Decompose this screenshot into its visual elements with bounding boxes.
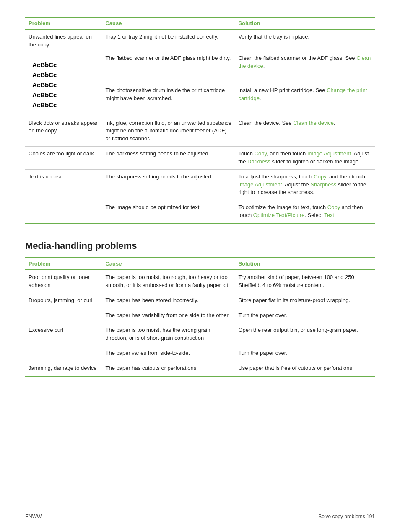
problem-cell: Excessive curl [25,323,102,361]
cause-text: The paper has variability from one side … [105,312,229,318]
cause-cell: The paper has been stored incorrectly. [102,293,235,308]
cause-cell: The paper is too moist, has the wrong gr… [102,323,235,346]
page-footer: ENWW Solve copy problems 191 [0,514,400,519]
solution-text: Turn the paper over. [238,350,287,356]
solution-cell: Turn the paper over. [235,308,375,323]
solution-cell: Verify that the tray is in place. [235,29,375,51]
col-header-cause: Cause [102,258,235,270]
copy-problems-table: Problem Cause Solution Unwanted lines ap… [25,17,375,224]
cause-text: The paper has been stored incorrectly. [105,297,198,303]
cause-cell: The paper varies from side-to-side. [102,346,235,361]
copy-link-3[interactable]: Copy [327,204,340,210]
problem-text: Copies are too light or dark. [29,150,96,157]
cause-cell: The paper has variability from one side … [102,308,235,323]
solution-cell: Clean the flatbed scanner or the ADF gla… [235,51,375,83]
problem-cell: Jamming, damage to device [25,361,102,376]
clean-device-link-2[interactable]: Clean the device [293,120,334,126]
problem-text: Poor print quality or toner adhesion [29,274,90,288]
col-header-solution: Solution [235,17,375,29]
cause-cell: The flatbed scanner or the ADF glass mig… [102,51,235,83]
darkness-link[interactable]: Darkness [247,158,270,165]
col-header-problem: Problem [25,17,102,29]
problem-text: Excessive curl [29,327,63,333]
cause-text: The darkness setting needs to be adjuste… [105,150,210,157]
sharpness-link[interactable]: Sharpness [310,181,336,188]
cause-cell: The paper has cutouts or perforations. [102,361,235,376]
cause-text: The image should be optimized for text. [105,204,201,210]
cause-text: The paper varies from side-to-side. [105,350,190,356]
cause-text: Ink, glue, correction fluid, or an unwan… [105,120,231,142]
solution-cell: Open the rear output bin, or use long-gr… [235,323,375,346]
problem-cell: Dropouts, jamming, or curl [25,293,102,323]
text-link[interactable]: Text [324,212,334,218]
footer-right: Solve copy problems 191 [318,514,375,519]
change-cartridge-link[interactable]: Change the print cartridge [238,87,367,101]
solution-cell: To adjust the sharpness, touch Copy, and… [235,169,375,200]
problem-text: Dropouts, jamming, or curl [29,297,92,303]
col-header-cause: Cause [102,17,235,29]
cause-text: The paper is too moist, too rough, too h… [105,274,229,288]
table-row: Black dots or streaks appear on the copy… [25,116,375,147]
solution-cell: Install a new HP print cartridge. See Ch… [235,83,375,116]
solution-text: Verify that the tray is in place. [238,34,309,40]
problem-text: Black dots or streaks appear on the copy… [29,120,98,134]
copy-link-2[interactable]: Copy [314,173,326,180]
cause-cell: The image should be optimized for text. [102,200,235,223]
cause-cell: The darkness setting needs to be adjuste… [102,147,235,170]
solution-cell: Touch Copy, and then touch Image Adjustm… [235,147,375,170]
table-row: Dropouts, jamming, or curl The paper has… [25,293,375,308]
problem-cell: Unwanted lines appear on the copy. AcBbC… [25,29,102,116]
letter-sample-image: AcBbCc AcBbCc AcBbCc AcBbCc AcBbCc [29,58,60,112]
solution-text: Store paper flat in its moisture-proof w… [238,297,350,303]
cause-cell: The sharpness setting needs to be adjust… [102,169,235,200]
problem-cell: Text is unclear. [25,169,102,223]
col-header-solution: Solution [235,258,375,270]
problem-text: Unwanted lines appear on the copy. [29,34,92,48]
image-adjustment-link-2[interactable]: Image Adjustment [238,181,282,188]
cause-cell: Ink, glue, correction fluid, or an unwan… [102,116,235,147]
solution-text: Turn the paper over. [238,312,287,318]
col-header-problem: Problem [25,258,102,270]
cause-text: The sharpness setting needs to be adjust… [105,173,213,180]
cause-text: The photosensitive drum inside the print… [105,87,225,101]
problem-cell: Copies are too light or dark. [25,147,102,170]
clean-device-link[interactable]: Clean the device [238,55,371,69]
solution-text: Use paper that is free of cutouts or per… [238,365,353,371]
solution-cell: To optimize the image for text, touch Co… [235,200,375,223]
solution-text: Try another kind of paper, between 100 a… [238,274,354,288]
cause-text: The paper has cutouts or perforations. [105,365,197,371]
table-row: Unwanted lines appear on the copy. AcBbC… [25,29,375,51]
table-row: Text is unclear. The sharpness setting n… [25,169,375,200]
table-row: Jamming, damage to device The paper has … [25,361,375,376]
optimize-text-link[interactable]: Optimize Text/Picture [253,212,305,218]
table-row: Copies are too light or dark. The darkne… [25,147,375,170]
problem-text: Jamming, damage to device [29,365,97,371]
problem-text: Text is unclear. [29,173,65,180]
cause-cell: The paper is too moist, too rough, too h… [102,270,235,293]
solution-cell: Turn the paper over. [235,346,375,361]
footer-left: ENWW [25,514,42,519]
image-adjustment-link-1[interactable]: Image Adjustment [307,150,351,157]
solution-cell: Clean the device. See Clean the device. [235,116,375,147]
cause-cell: The photosensitive drum inside the print… [102,83,235,116]
solution-text: Open the rear output bin, or use long-gr… [238,327,358,333]
cause-cell: Tray 1 or tray 2 might not be installed … [102,29,235,51]
problem-cell: Poor print quality or toner adhesion [25,270,102,293]
solution-cell: Store paper flat in its moisture-proof w… [235,293,375,308]
cause-text: The flatbed scanner or the ADF glass mig… [105,55,231,61]
problem-cell: Black dots or streaks appear on the copy… [25,116,102,147]
solution-cell: Use paper that is free of cutouts or per… [235,361,375,376]
solution-cell: Try another kind of paper, between 100 a… [235,270,375,293]
table-row: Excessive curl The paper is too moist, h… [25,323,375,346]
section-heading: Media-handling problems [25,240,375,251]
cause-text: Tray 1 or tray 2 might not be installed … [105,34,218,40]
cause-text: The paper is too moist, has the wrong gr… [105,327,210,341]
table-row: Poor print quality or toner adhesion The… [25,270,375,293]
copy-link-1[interactable]: Copy [255,150,267,157]
media-problems-table: Problem Cause Solution Poor print qualit… [25,257,375,377]
